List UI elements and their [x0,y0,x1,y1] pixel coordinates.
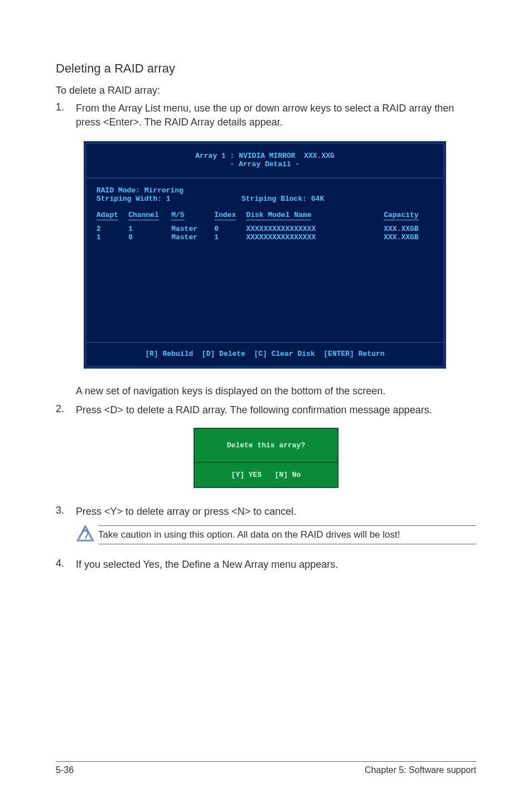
step-note: A new set of navigation keys is displaye… [76,384,476,398]
confirmation-dialog: Delete this array? [Y] YES [N] No [194,428,338,488]
step-text: From the Array List menu, use the up or … [76,102,476,129]
bios-table-header: Adapt Channel M/S Index Disk Model Name … [96,211,433,220]
warning-icon [76,524,98,545]
bios-subtitle: - Array Detail - [86,160,443,168]
intro-text: To delete a RAID array: [56,84,476,97]
step-number: 1. [56,102,76,129]
dialog-question: Delete this array? [195,429,337,462]
step-number: 2. [56,403,76,417]
table-row: 1 0 Master 1 XXXXXXXXXXXXXXXX XXX.XXGB [96,233,433,241]
page-number: 5-36 [56,765,74,775]
caution-note: Take caution in using this option. All d… [98,529,476,540]
step-text: Press <D> to delete a RAID array. The fo… [76,403,476,417]
bios-screen: Array 1 : NVIDIA MIRROR XXX.XXG - Array … [84,141,476,369]
step-number: 4. [56,558,76,571]
bios-raid-mode: RAID Mode: Mirroring [96,186,433,195]
page-footer: 5-36 Chapter 5: Software support [56,761,476,775]
step-number: 3. [56,505,76,518]
dialog-options: [Y] YES [N] No [195,463,337,487]
step-text: Press <Y> to delete array or press <N> t… [76,505,476,518]
bios-striping-block: Striping Block: 64K [241,195,324,203]
step-text: If you selected Yes, the Define a New Ar… [76,558,476,571]
chapter-label: Chapter 5: Software support [365,765,476,775]
bios-footer-keys: [R] Rebuild [D] Delete [C] Clear Disk [E… [86,343,443,366]
bios-striping-width: Striping Width: 1 [96,195,241,203]
bios-title: Array 1 : NVIDIA MIRROR XXX.XXG [86,152,443,160]
section-heading: Deleting a RAID array [56,61,476,76]
table-row: 2 1 Master 0 XXXXXXXXXXXXXXXX XXX.XXGB [96,225,433,233]
